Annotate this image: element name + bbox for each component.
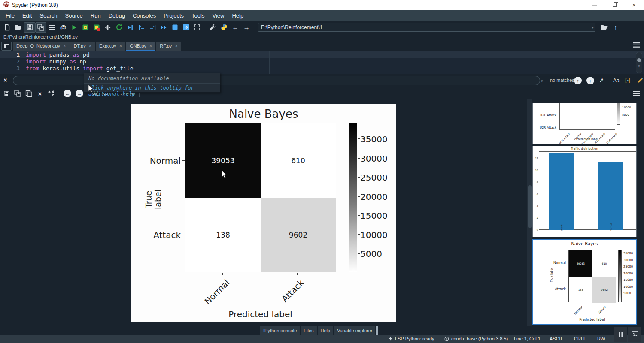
- close-tab-icon[interactable]: ×: [119, 43, 122, 48]
- working-directory-value: E:\Python\Reinforcement\1: [261, 24, 322, 30]
- lsp-status: LSP Python: ready: [389, 336, 434, 341]
- menu-tools[interactable]: Tools: [188, 11, 208, 21]
- tab-files[interactable]: Files: [301, 326, 316, 335]
- copy-plot-button[interactable]: [23, 88, 34, 99]
- close-tab-icon[interactable]: ×: [63, 43, 66, 48]
- close-button[interactable]: ×: [624, 0, 644, 10]
- menu-edit[interactable]: Edit: [18, 11, 36, 21]
- case-sensitive-toggle-button[interactable]: Aa: [613, 78, 620, 84]
- browse-tabs-button[interactable]: [1, 42, 12, 51]
- tab-gnb[interactable]: GNB.py×: [126, 42, 155, 51]
- close-tab-icon[interactable]: ×: [175, 43, 177, 48]
- debug-continue-button[interactable]: [158, 22, 169, 33]
- highlight-matches-icon[interactable]: [637, 77, 644, 85]
- menu-projects[interactable]: Projects: [160, 11, 188, 21]
- find-next-button[interactable]: ↓: [586, 77, 594, 84]
- menu-file[interactable]: File: [2, 11, 18, 21]
- spyder-window: Spyder (Python 3.8) × File Edit Search S…: [0, 0, 644, 343]
- remove-all-plots-button[interactable]: [46, 88, 57, 99]
- parent-directory-button[interactable]: ↑: [610, 22, 621, 33]
- regex-toggle-button[interactable]: .*: [600, 78, 603, 84]
- thumbnail-naive-bayes-selected[interactable]: Naive Bayes 39053 610 138 9602 Normal At…: [532, 239, 637, 325]
- breadcrumb-path: E:\Python\Reinforcement\1\GNB.py: [3, 34, 78, 39]
- colorbar: [617, 103, 620, 125]
- maximize-pane-button[interactable]: [180, 22, 191, 33]
- run-selection-button[interactable]: [102, 22, 113, 33]
- matrix-cell-attack-normal: 138: [185, 198, 261, 272]
- colorbar-tick: 30000: [360, 153, 388, 164]
- tab-expo[interactable]: Expo.py×: [96, 42, 125, 51]
- tab-variable-explorer[interactable]: Variable explorer: [334, 326, 375, 335]
- editor-options-menu-icon[interactable]: [631, 40, 642, 50]
- line-number: 2: [0, 58, 26, 65]
- find-history-chevron-icon[interactable]: ▾: [541, 79, 543, 83]
- close-tab-icon[interactable]: ×: [89, 43, 91, 48]
- preferences-wrench-button[interactable]: [207, 22, 219, 33]
- remove-plot-button[interactable]: ×: [34, 88, 46, 99]
- back-button[interactable]: ←: [230, 22, 241, 33]
- run-button[interactable]: [69, 22, 80, 33]
- plots-scrollbar[interactable]: [527, 99, 532, 326]
- colorbar-tick: 20000: [360, 192, 388, 202]
- debug-step-into-button[interactable]: [136, 22, 147, 33]
- symbol-finder-button[interactable]: @: [58, 22, 69, 33]
- mouse-cursor: [222, 171, 228, 178]
- menu-run[interactable]: Run: [87, 11, 105, 21]
- save-plot-button[interactable]: [1, 88, 12, 99]
- menu-search[interactable]: Search: [36, 11, 61, 21]
- menu-view[interactable]: View: [208, 11, 228, 21]
- tab-plots[interactable]: Plots: [376, 326, 378, 335]
- tab-help[interactable]: Help: [318, 326, 334, 335]
- thumbnail-traffic-distribution[interactable]: Traffic distribution 12 10 8 6 4 2 0 att…: [532, 146, 637, 237]
- colorbar-tick: 25000: [360, 172, 388, 183]
- menu-source[interactable]: Source: [61, 11, 87, 21]
- colorbar-tick: 5000: [360, 249, 382, 259]
- code-editor[interactable]: 1import pandas as pd 2import numpy as np…: [0, 51, 644, 74]
- tab-rf[interactable]: RF.py×: [156, 42, 181, 51]
- col-label-normal: Normal: [202, 277, 231, 307]
- documentation-tooltip[interactable]: No documentation available Click anywher…: [84, 73, 220, 93]
- tab-deep-q-network[interactable]: Deep_Q_Network.py×: [13, 42, 70, 51]
- restore-button[interactable]: [605, 0, 624, 10]
- outline-button[interactable]: [46, 22, 58, 33]
- menu-help[interactable]: Help: [228, 11, 247, 21]
- save-button[interactable]: [24, 22, 35, 33]
- debug-step-button[interactable]: [125, 22, 136, 33]
- python-env-button[interactable]: [219, 22, 230, 33]
- rerun-cell-button[interactable]: [91, 22, 102, 33]
- close-tab-icon[interactable]: ×: [149, 43, 152, 48]
- browse-directory-button[interactable]: [599, 22, 610, 33]
- open-file-button[interactable]: [13, 22, 24, 33]
- minimize-button[interactable]: [585, 0, 605, 10]
- find-close-icon[interactable]: ×: [3, 76, 7, 84]
- debug-step-return-button[interactable]: [147, 22, 158, 33]
- fullscreen-button[interactable]: [191, 22, 203, 33]
- stop-button[interactable]: [169, 22, 180, 33]
- menu-consoles[interactable]: Consoles: [129, 11, 160, 21]
- forward-button[interactable]: →: [241, 22, 252, 33]
- main-toolbar: @ ← → E:\Python\Reinforcement\1 ▾ ↑: [0, 21, 644, 33]
- editor-scrollbar[interactable]: ▼: [636, 52, 642, 73]
- next-plot-button[interactable]: →: [76, 90, 83, 97]
- restart-kernel-button[interactable]: [113, 22, 125, 33]
- new-file-button[interactable]: [2, 22, 13, 33]
- tooltip-line2: Click anywhere in this tooltip for addit…: [84, 85, 220, 97]
- plots-options-menu-icon[interactable]: [631, 88, 642, 99]
- save-all-plots-button[interactable]: [12, 88, 23, 99]
- working-directory-input[interactable]: E:\Python\Reinforcement\1 ▾: [258, 23, 595, 32]
- tab-ipython-console[interactable]: IPython console: [260, 326, 300, 335]
- find-previous-button[interactable]: ↑: [574, 77, 582, 84]
- run-cell-button[interactable]: [80, 22, 91, 33]
- whole-word-toggle-button[interactable]: [-]: [625, 77, 630, 83]
- chevron-down-icon[interactable]: ▾: [592, 25, 594, 30]
- save-all-button[interactable]: [35, 22, 46, 33]
- pause-button[interactable]: [614, 327, 627, 342]
- thumbnail-multiclass-confusion-matrix[interactable]: R2L Attack U2R Attack DOS Attack Normal …: [532, 103, 637, 144]
- previous-plot-button[interactable]: ←: [64, 90, 71, 97]
- row-label-normal: Normal: [142, 156, 181, 166]
- screenshot-image-button[interactable]: [628, 327, 641, 342]
- editor-tab-bar: Deep_Q_Network.py× DT.py× Expo.py× GNB.p…: [0, 41, 644, 51]
- tab-dt[interactable]: DT.py×: [70, 42, 95, 51]
- menu-debug[interactable]: Debug: [105, 11, 129, 21]
- conda-icon: [444, 337, 449, 341]
